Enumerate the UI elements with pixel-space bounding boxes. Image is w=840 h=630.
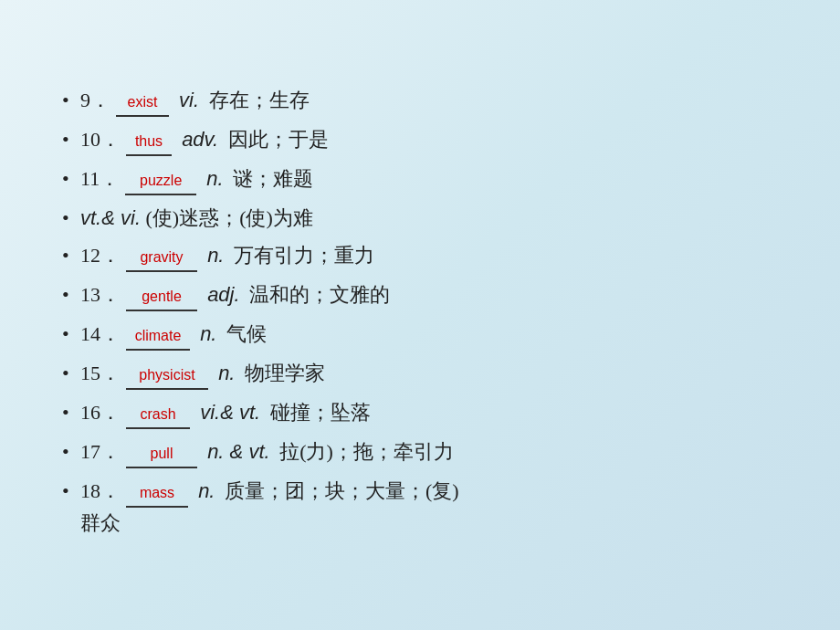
list-item: 11． puzzle n. 谜；难题 (55, 163, 785, 195)
list-item: 16． crash vi.& vt. 碰撞；坠落 (55, 397, 785, 429)
pos-mass: n. (193, 476, 215, 506)
blank-mass: mass (126, 476, 188, 508)
word-gravity: gravity (140, 249, 183, 265)
list-item: 14． climate n. 气候 (55, 319, 785, 351)
pos-crash: vi.& vt. (194, 397, 260, 427)
word-pull: pull (151, 446, 173, 461)
item-number: 9． (80, 85, 110, 115)
list-item: 17． pull n. & vt. 拉(力)；拖；牵引力 (55, 436, 785, 468)
blank-climate: climate (126, 319, 190, 351)
word-exist: exist (128, 94, 158, 110)
def-pull: 拉(力)；拖；牵引力 (275, 436, 454, 467)
list-item: 12． gravity n. 万有引力；重力 (55, 240, 785, 272)
list-item: 18． mass n. 质量；团；块；大量；(复) 群众 (55, 476, 785, 538)
def-mass-continuation: 群众 (80, 508, 785, 538)
def-physicist: 物理学家 (239, 358, 325, 388)
pos-puzzle: n. (201, 163, 223, 194)
slide-content: 9． exist vi. 存在；生存 10． thus adv. 因此；于是 1… (18, 14, 822, 616)
list-item: 9． exist vi. 存在；生存 (55, 85, 785, 117)
blank-exist: exist (116, 85, 169, 117)
pos-climate: n. (194, 319, 216, 349)
blank-pull: pull (126, 436, 197, 468)
word-climate: climate (135, 328, 182, 343)
item-number: 16． (80, 397, 121, 427)
def-climate: 气候 (221, 319, 267, 349)
list-item: 13． gentle adj. 温和的；文雅的 (55, 279, 785, 311)
def-thus: 因此；于是 (223, 124, 329, 154)
blank-gravity: gravity (126, 240, 197, 272)
word-mass: mass (140, 485, 174, 500)
blank-puzzle: puzzle (125, 163, 196, 195)
blank-crash: crash (126, 397, 190, 429)
list-item-sub: vt.& vi. (使)迷惑；(使)为难 (55, 203, 785, 233)
item-number: 11． (80, 163, 120, 194)
pos-physicist: n. (213, 358, 235, 388)
sub-item-11: vt.& vi. (80, 203, 141, 233)
blank-gentle: gentle (126, 279, 197, 311)
pos-thus: adv. (176, 124, 218, 154)
def-puzzle: 谜；难题 (228, 163, 314, 194)
word-gentle: gentle (142, 289, 182, 304)
blank-thus: thus (126, 124, 172, 156)
list-item: 15． physicist n. 物理学家 (55, 358, 785, 390)
item-number: 13． (80, 279, 121, 310)
def-crash: 碰撞；坠落 (265, 397, 371, 427)
word-physicist: physicist (139, 367, 194, 383)
word-crash: crash (140, 406, 175, 422)
pos-exist: vi. (173, 85, 199, 115)
def-exist: 存在；生存 (204, 85, 310, 115)
word-thus: thus (135, 133, 163, 149)
item-number: 18． (80, 476, 121, 506)
sub-def-11: (使)迷惑；(使)为难 (141, 203, 313, 233)
pos-gravity: n. (202, 240, 224, 270)
def-mass: 质量；团；块；大量；(复) (219, 476, 458, 506)
item-number: 10． (80, 124, 121, 154)
def-gravity: 万有引力；重力 (228, 240, 374, 270)
list-item: 10． thus adv. 因此；于是 (55, 124, 785, 156)
item-number: 14． (80, 319, 121, 349)
item-number: 12． (80, 240, 121, 270)
item-number: 17． (80, 436, 121, 467)
pos-pull: n. & vt. (202, 436, 270, 467)
pos-gentle: adj. (202, 279, 240, 310)
item-number: 15． (80, 358, 121, 388)
vocabulary-list: 9． exist vi. 存在；生存 10． thus adv. 因此；于是 1… (55, 85, 785, 545)
def-gentle: 温和的；文雅的 (245, 279, 391, 310)
blank-physicist: physicist (126, 358, 208, 390)
word-puzzle: puzzle (140, 173, 182, 188)
